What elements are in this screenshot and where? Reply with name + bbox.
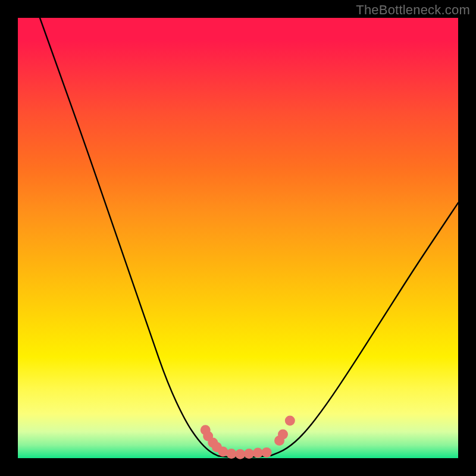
data-marker — [285, 416, 295, 426]
bottleneck-curve — [40, 18, 458, 458]
curve-group — [40, 18, 458, 458]
watermark-text: TheBottleneck.com — [356, 2, 470, 18]
data-marker — [235, 449, 245, 459]
curve-layer — [0, 0, 476, 476]
marker-group — [201, 416, 295, 459]
chart-frame: TheBottleneck.com — [0, 0, 476, 476]
data-marker — [226, 449, 236, 459]
data-marker — [244, 449, 254, 459]
data-marker — [278, 430, 288, 440]
data-marker — [253, 448, 263, 458]
data-marker — [262, 447, 272, 458]
